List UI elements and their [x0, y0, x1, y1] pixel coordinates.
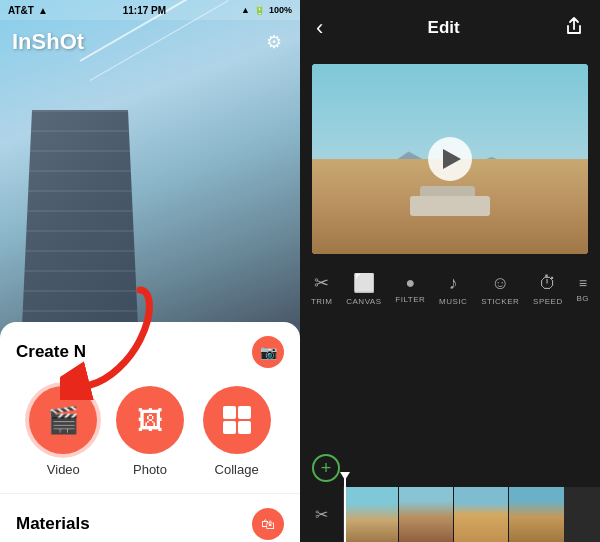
- sticker-icon: ☺: [491, 273, 509, 294]
- canvas-tool[interactable]: ⬜ CANVAS: [346, 272, 381, 306]
- speed-icon: ⏱: [539, 273, 557, 294]
- trim-tool[interactable]: ✂ TRIM: [311, 272, 333, 306]
- play-icon: [443, 149, 461, 169]
- music-icon: ♪: [449, 273, 458, 294]
- bag-icon: 🛍: [261, 516, 275, 532]
- film-frame-3: [454, 487, 509, 542]
- materials-row: Materials 🛍: [0, 493, 300, 542]
- filter-tool[interactable]: ● FILTER: [395, 274, 425, 304]
- share-icon: [564, 16, 584, 36]
- materials-bag-button[interactable]: 🛍: [252, 508, 284, 540]
- app-header: InShOt ⚙: [0, 20, 300, 64]
- toolbar-row: ✂ TRIM ⬜ CANVAS ● FILTER ♪ MUSIC ☺ STICK…: [300, 262, 600, 308]
- status-time: 11:17 PM: [123, 5, 166, 16]
- back-button[interactable]: ‹: [316, 15, 323, 41]
- scissors-col-icon: ✂: [315, 505, 328, 524]
- filmstrip[interactable]: [344, 487, 600, 542]
- car-wreck-graphic: [410, 188, 490, 216]
- carrier-text: AT&T: [8, 5, 34, 16]
- film-frame-4: [509, 487, 564, 542]
- collage-grid-icon: [221, 404, 253, 436]
- right-panel: ‹ Edit ✂ TRIM: [300, 0, 600, 542]
- bg-label: BG: [577, 294, 590, 303]
- collage-option[interactable]: Collage: [203, 386, 271, 477]
- signal-icon: ▲: [241, 5, 250, 15]
- arrow-container: [60, 280, 160, 404]
- canvas-label: CANVAS: [346, 297, 381, 306]
- sticker-tool[interactable]: ☺ STICKER: [481, 273, 519, 306]
- wifi-icon: ▲: [38, 5, 48, 16]
- tutorial-arrow: [60, 280, 160, 400]
- status-bar: AT&T ▲ 11:17 PM ▲ 🔋 100%: [0, 0, 300, 20]
- playhead: [344, 472, 346, 542]
- settings-button[interactable]: ⚙: [260, 28, 288, 56]
- edit-title: Edit: [428, 18, 460, 38]
- svg-rect-2: [238, 406, 251, 419]
- trim-label: TRIM: [311, 297, 333, 306]
- scissors-icon: ✂: [314, 272, 329, 294]
- video-preview[interactable]: [312, 64, 588, 254]
- svg-rect-1: [223, 406, 236, 419]
- photo-option-label: Photo: [133, 462, 167, 477]
- speed-tool[interactable]: ⏱ SPEED: [533, 273, 563, 306]
- camera-icon: 📷: [260, 344, 277, 360]
- timeline-area: ✂ TRIM ⬜ CANVAS ● FILTER ♪ MUSIC ☺ STICK…: [300, 262, 600, 542]
- car-body: [410, 196, 490, 216]
- bg-icon: ≡: [579, 275, 587, 291]
- music-label: MUSIC: [439, 297, 467, 306]
- battery-text: 100%: [269, 5, 292, 15]
- canvas-icon: ⬜: [353, 272, 375, 294]
- svg-rect-4: [238, 421, 251, 434]
- status-carrier: AT&T ▲: [8, 5, 48, 16]
- play-button[interactable]: [428, 137, 472, 181]
- film-frame-2: [399, 487, 454, 542]
- photo-icon: 🖼: [137, 405, 163, 436]
- filter-label: FILTER: [395, 295, 425, 304]
- video-icon: 🎬: [47, 405, 79, 436]
- collage-option-circle[interactable]: [203, 386, 271, 454]
- filter-icon: ●: [405, 274, 415, 292]
- battery-icon: 🔋: [254, 5, 265, 15]
- materials-title: Materials: [16, 514, 90, 534]
- sticker-label: STICKER: [481, 297, 519, 306]
- camera-badge-button[interactable]: 📷: [252, 336, 284, 368]
- app-logo: InShOt: [12, 29, 84, 55]
- bg-tool[interactable]: ≡ BG: [577, 275, 590, 303]
- speed-label: SPEED: [533, 297, 563, 306]
- music-tool[interactable]: ♪ MUSIC: [439, 273, 467, 306]
- svg-rect-3: [223, 421, 236, 434]
- film-frame-1: [344, 487, 399, 542]
- share-button[interactable]: [564, 16, 584, 41]
- add-clip-button[interactable]: +: [312, 454, 340, 482]
- collage-option-label: Collage: [215, 462, 259, 477]
- status-right-area: ▲ 🔋 100%: [241, 5, 292, 15]
- left-panel: AT&T ▲ 11:17 PM ▲ 🔋 100% InShOt ⚙ Create: [0, 0, 300, 542]
- scissors-column: ✂: [300, 487, 344, 542]
- right-header: ‹ Edit: [300, 0, 600, 56]
- video-option-label: Video: [47, 462, 80, 477]
